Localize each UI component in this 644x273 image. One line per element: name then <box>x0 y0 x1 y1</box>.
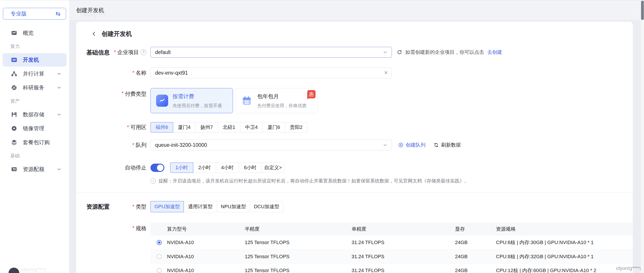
parallel-compute-icon <box>11 70 18 77</box>
sidebar-item-research[interactable]: 科研服务 <box>3 81 66 94</box>
scrollbar[interactable] <box>640 0 644 273</box>
type-option-general[interactable]: 通用计算型 <box>184 201 217 212</box>
required-asterisk: * <box>132 225 134 231</box>
zone-option[interactable]: 厦门4 <box>173 122 196 132</box>
type-option-dcu[interactable]: DCU加速型 <box>250 201 283 212</box>
data-storage-icon <box>11 111 18 118</box>
sidebar-item-label: 科研服务 <box>23 84 44 91</box>
content: 创建开发机 基础信息 * 企业项目 ? default <box>70 20 644 273</box>
scrollbar-thumb[interactable] <box>641 1 644 20</box>
queue-label: * 队列 <box>110 140 150 150</box>
sidebar-item-parallel[interactable]: 并行计算 <box>3 67 66 81</box>
go-create-link[interactable]: 去创建 <box>487 49 502 56</box>
sidebar-item-label: 并行计算 <box>23 70 44 77</box>
pay-card-subscription[interactable]: 包年包月 先付费后使用，价格优惠 惠 <box>235 88 318 113</box>
name-label: * 名称 <box>110 68 150 78</box>
sidebar-item-devmachine[interactable]: 开发机 <box>3 53 66 67</box>
auto-stop-option[interactable]: 1小时 <box>170 162 193 173</box>
page-header: 创建开发机 <box>70 0 644 20</box>
sidebar-item-label: 镜像管理 <box>23 125 44 132</box>
enterprise-note: 如需创建新的企业项目，你可以点击 去创建 <box>397 47 502 58</box>
zone-option[interactable]: 厦门6 <box>262 122 285 132</box>
page-title: 创建开发机 <box>76 7 104 14</box>
radio-checked[interactable] <box>157 240 162 245</box>
row-enterprise-project: 基础信息 * 企业项目 ? default <box>86 47 633 58</box>
pay-card-title: 按需计费 <box>173 93 222 100</box>
auto-stop-option-custom[interactable]: 自定义> <box>262 162 284 173</box>
clear-icon[interactable]: ✕ <box>384 70 388 75</box>
col-memory: 显存 <box>455 226 496 232</box>
required-asterisk: * <box>114 49 116 55</box>
type-option-npu[interactable]: NPU加速型 <box>217 201 250 212</box>
enterprise-project-label: * 企业项目 ? <box>110 47 150 58</box>
chevron-down-icon <box>57 112 62 117</box>
zone-label: * 可用区 <box>110 122 150 132</box>
zone-option[interactable]: 贵阳2 <box>285 122 308 132</box>
main-area: 创建开发机 创建开发机 基础信息 * 企业项目 ? <box>70 0 644 273</box>
auto-stop-toggle[interactable] <box>150 164 164 172</box>
back-button[interactable] <box>91 31 97 37</box>
type-label: * 类型 <box>110 201 150 212</box>
sidebar-item-label: 数据存储 <box>23 111 44 118</box>
auto-stop-hint-text: 提醒：开启该选项后，该开发机在运行时长超出所设定时长后，将自动停止并重置系统数据… <box>158 178 469 184</box>
col-single-precision: 单精度 <box>352 226 455 232</box>
help-float-button[interactable] <box>8 268 19 273</box>
sidebar-item-images[interactable]: 镜像管理 <box>3 122 66 135</box>
sidebar-item-packages[interactable]: 套餐包订购 <box>3 136 66 149</box>
pay-card-desc: 先付费后使用，价格优惠 <box>257 103 306 109</box>
auto-stop-option[interactable]: 6小时 <box>239 162 262 173</box>
required-asterisk: * <box>122 90 124 97</box>
queue-select[interactable]: queue-init-3200-10000 <box>150 140 392 150</box>
spec-row[interactable]: NVIDIA-A10 125 Tensor TFLOPS 31.24 TFLOP… <box>150 263 632 273</box>
zone-option[interactable]: 中卫4 <box>240 122 263 132</box>
card-header: 创建开发机 <box>86 30 633 38</box>
spec-row[interactable]: NVIDIA-A10 125 Tensor TFLOPS 31.24 TFLOP… <box>150 235 632 249</box>
auto-stop-option[interactable]: 2小时 <box>193 162 216 173</box>
sidebar: 专业版 ⇆ 概览 算力 开发机 并行计算 <box>0 0 70 273</box>
col-half-precision: 半精度 <box>245 226 352 232</box>
radio-unchecked[interactable] <box>157 254 162 259</box>
refresh-data-link[interactable]: 刷新数据 <box>434 142 461 148</box>
required-asterisk: * <box>127 124 129 130</box>
spec-row[interactable]: NVIDIA-A10 125 Tensor TFLOPS 31.24 TFLOP… <box>150 249 632 263</box>
name-input[interactable] <box>152 70 384 76</box>
required-asterisk: * <box>132 142 134 148</box>
chevron-down-icon <box>57 71 62 76</box>
row-zone: * 可用区 福州6 厦门4 扬州7 北碚1 中卫4 厦门6 贵阳2 <box>86 122 633 132</box>
overview-icon <box>11 30 18 36</box>
back-icon <box>91 31 97 37</box>
name-input-wrap: ✕ <box>150 68 392 78</box>
zone-option[interactable]: 北碚1 <box>218 122 240 132</box>
enterprise-project-select[interactable]: default <box>150 47 392 58</box>
row-spec: * 规格 算力型号 半精度 单精度 显存 资源规格 <box>86 222 633 273</box>
sidebar-item-quota[interactable]: 资源配额 <box>3 162 66 176</box>
pay-card-ondemand[interactable]: 按需计费 先使用后付费，按需开通 <box>150 88 233 113</box>
section-divider <box>76 192 633 192</box>
required-asterisk: * <box>132 203 134 210</box>
help-icon[interactable]: ? <box>140 49 146 55</box>
zone-options: 福州6 厦门4 扬州7 北碚1 中卫4 厦门6 贵阳2 <box>150 122 308 132</box>
discount-badge: 惠 <box>307 90 316 98</box>
required-asterisk: * <box>132 70 134 76</box>
row-queue: * 队列 queue-init-3200-10000 创建队列 <box>86 140 633 150</box>
sidebar-nav: 概览 算力 开发机 并行计算 <box>0 26 69 176</box>
radio-unchecked[interactable] <box>157 268 162 273</box>
create-card: 创建开发机 基础信息 * 企业项目 ? default <box>76 22 633 273</box>
auto-stop-option[interactable]: 4小时 <box>216 162 239 173</box>
plus-circle-icon <box>398 142 404 148</box>
queue-actions: 创建队列 刷新数据 <box>398 140 461 150</box>
row-pay-type: * 付费类型 按需计费 先使用后付费，按需开通 <box>86 88 633 113</box>
zone-option[interactable]: 扬州7 <box>195 122 218 132</box>
pay-card-desc: 先使用后付费，按需开通 <box>173 103 222 109</box>
zone-option[interactable]: 福州6 <box>150 122 173 132</box>
col-model: 算力型号 <box>167 226 245 232</box>
sidebar-item-storage[interactable]: 数据存储 <box>3 108 66 121</box>
col-spec: 资源规格 <box>496 226 632 232</box>
sidebar-item-overview[interactable]: 概览 <box>3 26 66 40</box>
spec-table-header: 算力型号 半精度 单精度 显存 资源规格 <box>150 222 632 235</box>
refresh-icon[interactable] <box>397 50 402 55</box>
type-option-gpu[interactable]: GPU加速型 <box>150 201 184 212</box>
sidebar-item-label: 资源配额 <box>23 166 44 173</box>
create-queue-link[interactable]: 创建队列 <box>398 142 426 148</box>
edition-switcher[interactable]: 专业版 ⇆ <box>3 8 66 20</box>
